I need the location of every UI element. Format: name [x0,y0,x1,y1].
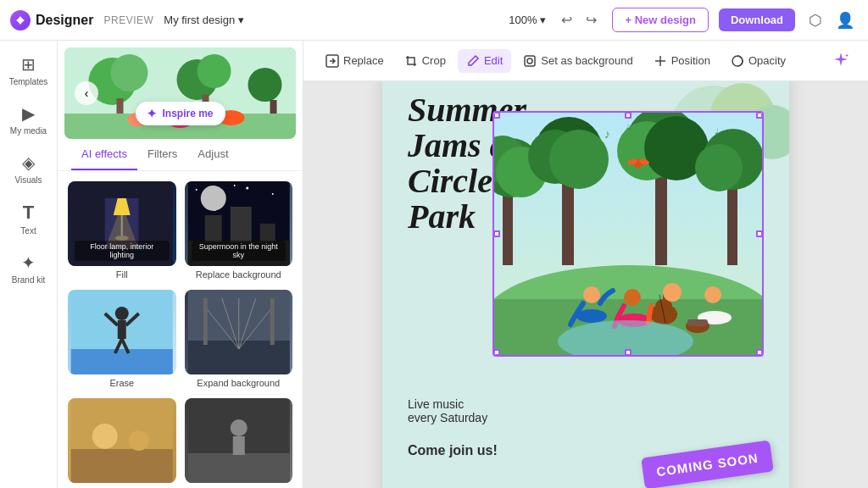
svg-point-5 [198,54,231,88]
effect-erase-name: Erase [68,378,176,390]
sidebar-item-text[interactable]: T Text [4,195,53,242]
list-item[interactable]: Coming soon [68,181,176,281]
position-icon [654,54,667,68]
effect-expand-bg-name: Expand background [185,378,293,390]
replace-bg-label: Supermoon in the night sky [192,241,287,261]
topbar: Designer PREVIEW My first design ▾ 100% … [0,0,868,41]
effect-fill-name: Fill [68,269,176,281]
download-button[interactable]: Download [719,8,795,31]
svg-rect-24 [259,224,275,242]
effect-expand-bg[interactable]: Coming soon [185,290,293,374]
text-icon: T [23,202,34,224]
svg-point-72 [549,130,609,189]
replace-button[interactable]: Replace [317,49,392,73]
sparkle-icon [832,51,849,68]
list-item[interactable]: Try it out [68,398,176,483]
list-item[interactable]: Coming soon [68,290,176,390]
effects-grid: Coming soon [68,181,292,483]
panel-tabs: AI effects Filters Adjust [58,139,303,171]
logo-icon [10,10,31,30]
brand-kit-icon: ✦ [21,252,36,273]
opacity-icon [731,54,744,68]
svg-text:♪: ♪ [698,133,703,145]
panel-prev-arrow[interactable]: ‹ [75,81,98,105]
svg-rect-53 [232,436,244,455]
svg-rect-23 [230,207,251,242]
svg-point-26 [246,187,248,190]
main-content: ⊞ Templates ▶ My media ◈ Visuals T Text … [0,41,868,488]
svg-point-27 [271,193,273,195]
undo-button[interactable]: ↩ [556,8,577,31]
svg-point-79 [695,144,743,191]
design-name[interactable]: My first design ▾ [164,14,244,26]
effect-fill[interactable]: Coming soon [68,181,176,266]
replace-icon [326,54,339,68]
new-design-button[interactable]: + New design [612,8,708,32]
svg-rect-99 [687,319,708,326]
share-icon[interactable]: ⬡ [805,8,826,33]
edit-button[interactable]: Edit [458,49,511,73]
svg-point-88 [583,286,600,303]
effect-try2[interactable]: Try it out [185,398,293,483]
fill-label: Floor lamp, interior lighting [75,241,170,261]
templates-icon: ⊞ [21,54,36,75]
svg-rect-30 [71,349,173,374]
tab-adjust[interactable]: Adjust [187,139,238,170]
effect-erase[interactable]: Coming soon [68,290,176,374]
handle-bc[interactable] [625,349,632,356]
set-bg-button[interactable]: Set as background [515,49,641,73]
opacity-button[interactable]: Opacity [722,49,794,73]
tab-filters[interactable]: Filters [137,139,187,170]
effect-try1[interactable]: Try it out [68,398,176,483]
account-icon[interactable]: 👤 [832,8,858,33]
canvas-area: Replace Crop Edit Set as background Posi… [303,41,868,488]
effects-grid-container: Coming soon [58,171,303,488]
list-item[interactable]: Try it out [185,398,293,483]
canvas-image-selection[interactable]: ♪ ♫ ♪ ♩ [492,111,764,357]
svg-point-28 [233,185,235,186]
handle-bl[interactable] [493,349,500,356]
list-item[interactable]: Coming soon [185,290,293,390]
crop-button[interactable]: Crop [396,49,454,73]
position-button[interactable]: Position [645,49,719,73]
svg-point-52 [230,419,247,436]
tab-ai-effects[interactable]: AI effects [71,139,137,170]
canvas-scroll[interactable]: Summer Jams at Circle Park Live music ev… [303,81,868,488]
sidebar-item-templates[interactable]: ⊞ Templates [4,47,53,93]
handle-mr[interactable] [756,230,763,237]
svg-point-56 [527,58,532,64]
canvas-subtitle: Live music every Saturday [408,397,487,424]
handle-tc[interactable] [625,112,632,119]
sidebar-item-my-media[interactable]: ▶ My media [4,97,53,142]
topbar-icons: ⬡ 👤 [805,8,858,33]
redo-button[interactable]: ↪ [581,8,602,31]
preview-label: PREVIEW [103,14,153,26]
svg-point-20 [200,186,225,211]
effect-replace-bg[interactable]: Coming soon [185,181,293,266]
inspire-button[interactable]: ✦ Inspire me [135,102,225,125]
handle-tl[interactable] [493,112,500,119]
svg-point-95 [663,283,682,302]
list-item[interactable]: Coming soon [185,181,293,281]
svg-text:♫: ♫ [626,122,632,131]
svg-rect-47 [71,449,173,483]
left-sidebar: ⊞ Templates ▶ My media ◈ Visuals T Text … [0,41,58,488]
undo-redo-group: ↩ ↪ [556,8,602,31]
svg-rect-45 [270,298,274,345]
svg-rect-32 [118,320,126,339]
handle-ml[interactable] [493,230,500,237]
svg-point-48 [92,424,118,449]
handle-tr[interactable] [756,112,763,119]
svg-point-25 [195,189,197,191]
sidebar-item-visuals[interactable]: ◈ Visuals [4,146,53,191]
svg-point-31 [115,307,129,320]
sidebar-item-brand-kit[interactable]: ✦ Brand kit [4,246,53,291]
svg-text:♩: ♩ [715,126,719,136]
svg-rect-44 [203,298,207,345]
zoom-control[interactable]: 100% ▾ [509,14,546,26]
handle-br[interactable] [756,349,763,356]
sparkle-button[interactable] [827,46,854,75]
inspire-icon: ✦ [147,107,157,120]
canvas-image: ♪ ♫ ♪ ♩ [494,113,764,357]
svg-rect-51 [187,453,289,483]
